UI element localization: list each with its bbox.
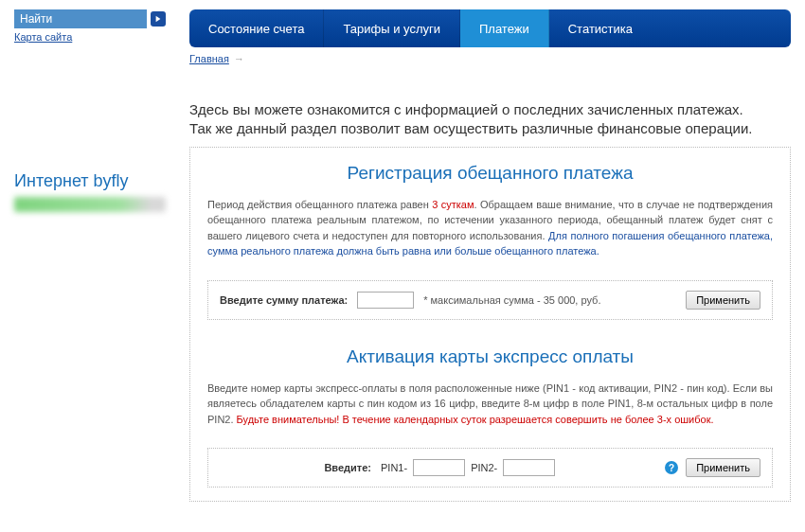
payment-amount-input[interactable]	[357, 292, 414, 309]
section1-title: Регистрация обещанного платежа	[207, 163, 773, 184]
intro-line1: Здесь вы можете ознакомится с информацие…	[189, 101, 743, 117]
breadcrumb-arrow: →	[234, 53, 244, 64]
byfly-heading: Интернет byfly	[14, 171, 180, 191]
intro-text: Здесь вы можете ознакомится с информацие…	[189, 100, 791, 139]
section2-text: Введите номер карты экспресс-оплаты в по…	[207, 381, 773, 428]
pin2-label: PIN2-	[471, 462, 497, 473]
pin1-input[interactable]	[413, 459, 465, 476]
breadcrumb-home[interactable]: Главная	[189, 53, 229, 64]
payment-max-hint: * максимальная сумма - 35 000, руб.	[423, 294, 600, 306]
card-apply-button[interactable]: Применить	[686, 458, 760, 477]
breadcrumb: Главная →	[189, 53, 791, 64]
card-form-label: Введите:	[220, 462, 371, 473]
s2-red: Будьте внимательны! В течение календарны…	[237, 414, 714, 425]
search-input[interactable]	[14, 9, 147, 28]
help-icon[interactable]: ?	[665, 461, 678, 474]
sitemap-link[interactable]: Карта сайта	[14, 31, 72, 43]
payment-apply-button[interactable]: Применить	[686, 291, 760, 310]
tab-tariffs[interactable]: Тарифы и услуги	[324, 9, 460, 47]
play-icon	[154, 15, 162, 23]
pin2-input[interactable]	[503, 459, 555, 476]
pin1-label: PIN1-	[381, 462, 407, 473]
section2-title: Активация карты экспресс оплаты	[207, 346, 773, 367]
search-button[interactable]	[151, 11, 166, 27]
payment-amount-form: Введите сумму платежа: * максимальная су…	[207, 280, 773, 320]
s1-red: 3 суткам	[432, 199, 474, 210]
byfly-subline	[14, 197, 166, 212]
s1-text-before: Период действия обещанного платежа равен	[207, 199, 432, 210]
intro-line2: Так же данный раздел позволит вам осущес…	[189, 120, 753, 136]
tab-payments[interactable]: Платежи	[460, 9, 549, 47]
payment-amount-label: Введите сумму платежа:	[220, 294, 348, 306]
main-tabs: Состояние счета Тарифы и услуги Платежи …	[189, 9, 791, 47]
card-activation-form: Введите: PIN1- PIN2- ? Применить	[207, 448, 773, 488]
tab-account-state[interactable]: Состояние счета	[189, 9, 324, 47]
section1-text: Период действия обещанного платежа равен…	[207, 197, 773, 259]
tab-statistics[interactable]: Статистика	[549, 9, 791, 47]
